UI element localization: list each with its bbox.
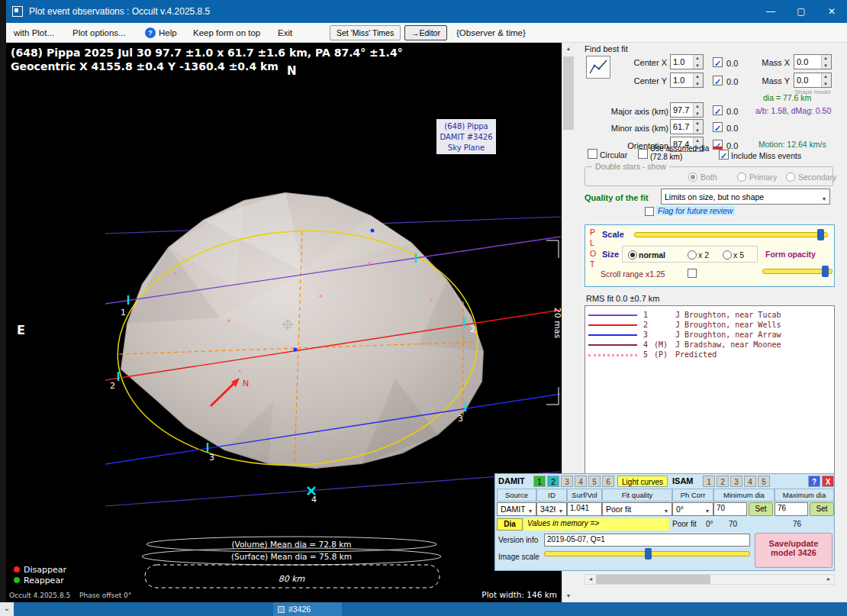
spinner-arrows-icon[interactable] [693, 120, 703, 134]
damit-slot-6-tab[interactable]: 6 [602, 476, 614, 487]
double-stars-secondary-radio[interactable] [786, 173, 795, 182]
isam-slot-2-tab[interactable]: 2 [717, 476, 729, 487]
maximize-button[interactable]: ▢ [786, 0, 816, 23]
damit-close-button[interactable]: X [822, 476, 834, 487]
major-axis-fit-checkbox[interactable] [713, 105, 723, 115]
chord-list-item[interactable]: 3 J Broughton, near Arraw [585, 331, 834, 340]
mass-y-value: 0.0 [794, 73, 821, 87]
minor-axis-spinner[interactable]: 61.7 [670, 119, 704, 134]
chord-flag: (M) [654, 340, 668, 349]
menu-keep-on-top[interactable]: Keep form on top [193, 28, 260, 37]
source-dropdown[interactable]: DAMIT [497, 502, 536, 516]
quality-of-fit-dropdown[interactable]: Limits on size, but no shape [661, 189, 830, 205]
fit-quality-dropdown[interactable]: Poor fit [602, 502, 672, 516]
scale-slider[interactable] [634, 232, 828, 237]
center-y-spinner[interactable]: 1.0 [670, 73, 704, 88]
scroll-range-label: Scroll range x1.25 [601, 269, 665, 279]
double-stars-both-radio[interactable] [688, 173, 697, 182]
isam-slot-4-tab[interactable]: 4 [744, 476, 756, 487]
app-icon [12, 6, 23, 17]
center-y-fit-checkbox[interactable] [713, 76, 723, 85]
center-x-fit-checkbox[interactable] [713, 57, 723, 67]
size-x2-radio[interactable] [688, 250, 697, 260]
scroll-range-checkbox[interactable] [688, 269, 697, 278]
panel-horizontal-scrollbar[interactable]: ◄ ► [585, 574, 835, 585]
use-assumed-label: Use assumed dia (72.8 km) [650, 144, 710, 161]
fit-quality-value: Poor fit [603, 505, 661, 514]
minimize-button[interactable]: — [755, 0, 786, 23]
mass-x-spinner[interactable]: 0.0 [794, 54, 832, 69]
include-miss-checkbox[interactable] [719, 150, 729, 160]
menu-with-plot[interactable]: with Plot... [14, 28, 54, 37]
version-info-input[interactable]: 2019-05-07, Q=1 [544, 534, 750, 547]
horizontal-scroll-thumb[interactable] [596, 575, 710, 584]
set-miss-times-button[interactable]: Set 'Miss' Times [330, 25, 401, 40]
isam-slot-1-tab[interactable]: 1 [703, 476, 715, 487]
model-id-dropdown[interactable]: 3426 [536, 502, 567, 516]
damit-slot-4-tab[interactable]: 4 [575, 476, 587, 487]
menu-help[interactable]: Help [159, 28, 177, 37]
plot-letter-p: P [590, 227, 595, 237]
spinner-arrows-icon[interactable] [693, 55, 703, 69]
reappear-label: Reappear [24, 576, 64, 585]
circular-checkbox[interactable] [588, 149, 597, 159]
close-button[interactable]: ✕ [816, 0, 847, 23]
form-opacity-slider-thumb[interactable] [822, 266, 829, 277]
chord-list: 1 J Broughton, near Tucab 2 J Broughton,… [585, 305, 835, 475]
taskbar-item-3426[interactable]: #3426 [273, 602, 342, 616]
center-y-err: 0.0 [726, 77, 738, 86]
image-scale-slider-thumb[interactable] [645, 548, 652, 560]
damit-slot-2-tab[interactable]: 2 [547, 476, 559, 487]
editor-button[interactable]: →Editor [404, 25, 447, 40]
size-normal-radio[interactable] [628, 250, 637, 260]
scale-slider-thumb[interactable] [817, 229, 824, 240]
min-dia-set-button[interactable]: Set [749, 502, 773, 516]
light-curves-tab[interactable]: Light curves [617, 476, 668, 487]
tab-isam[interactable]: ISAM [672, 476, 694, 485]
double-stars-primary-radio[interactable] [737, 173, 746, 182]
chord-list-item[interactable]: 1 J Broughton, near Tucab [585, 311, 834, 321]
taskbar-item-label: #3426 [288, 605, 311, 614]
chord-num: 4 [643, 340, 648, 349]
menu-exit[interactable]: Exit [278, 28, 292, 37]
max-dia-input[interactable]: 76 [775, 502, 808, 516]
plot-letter-t: T [590, 260, 594, 269]
isam-slot-5-tab[interactable]: 5 [758, 476, 770, 487]
spinner-arrows-icon[interactable] [693, 103, 703, 117]
tab-damit[interactable]: DAMIT [498, 476, 525, 485]
major-axis-spinner[interactable]: 97.7 [670, 102, 704, 118]
spinner-arrows-icon[interactable] [821, 73, 831, 87]
center-x-spinner[interactable]: 1.0 [670, 54, 704, 69]
mass-y-spinner[interactable]: 0.0 [794, 73, 832, 88]
dia-button[interactable]: Dia [497, 518, 523, 531]
damit-slot-5-tab[interactable]: 5 [588, 476, 601, 487]
menu-plot-options[interactable]: Plot options... [72, 28, 126, 37]
ph-corr-dropdown[interactable]: 0° [672, 502, 713, 516]
chord-list-item[interactable]: 2 J Broughton, near Wells [585, 321, 834, 331]
scroll-down-icon[interactable]: ▼ [562, 590, 575, 602]
corner-chevron-icon[interactable]: ⌄ [0, 602, 14, 616]
max-dia-set-button[interactable]: Set [810, 502, 834, 516]
size-x5-radio[interactable] [723, 250, 732, 260]
damit-slot-3-tab[interactable]: 3 [561, 476, 573, 487]
spinner-arrows-icon[interactable] [821, 55, 831, 69]
use-assumed-checkbox[interactable] [638, 149, 648, 159]
sky-plane-plot[interactable]: 1 2 2 3 3 4 [6, 43, 562, 602]
damit-slot-1-tab[interactable]: 1 [533, 476, 546, 487]
min-dia-input[interactable]: 70 [713, 502, 747, 516]
chord-list-item[interactable]: 4 (M) J Bradshaw, near Moonee [585, 340, 834, 350]
scroll-right-icon[interactable]: ► [823, 575, 834, 584]
vertical-scroll-thumb[interactable] [563, 56, 574, 130]
surfvol-input[interactable]: 1.041 [567, 502, 602, 516]
flag-review-checkbox[interactable] [645, 207, 654, 216]
minor-axis-fit-checkbox[interactable] [713, 122, 723, 132]
save-update-model-button[interactable]: Save/update model 3426 [755, 533, 833, 568]
chord-list-item[interactable]: 5 (P) Predicted [585, 350, 834, 360]
scroll-up-icon[interactable]: ▲ [562, 43, 575, 55]
scroll-left-icon[interactable]: ◄ [585, 575, 596, 584]
damit-help-button[interactable]: ? [808, 476, 820, 487]
title-bar[interactable]: Plot event observations : Occult v.4.202… [6, 0, 847, 23]
spinner-arrows-icon[interactable] [693, 73, 703, 87]
find-best-fit-button[interactable] [586, 56, 610, 79]
isam-slot-3-tab[interactable]: 3 [730, 476, 742, 487]
